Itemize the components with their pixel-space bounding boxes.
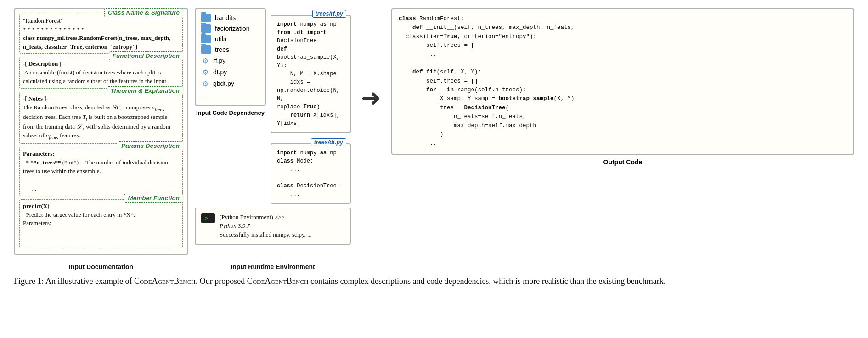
rfpy-code: import numpy as np from .dt import Decis… xyxy=(271,16,350,132)
dtpy-code: import numpy as np class Node: ... class… xyxy=(271,144,350,203)
output-code-label: Output Code xyxy=(603,158,643,166)
folder-icon xyxy=(201,24,211,33)
file-rfpy: ⚙ rf.py xyxy=(201,56,259,65)
terminal-icon: >_ xyxy=(201,213,215,223)
file-dtpy-label: dt.py xyxy=(213,68,227,76)
folder-icon xyxy=(201,35,211,43)
folder-icon xyxy=(201,14,211,22)
functional-desc-text: -[ Description ]- An ensemble (forest) o… xyxy=(23,60,179,86)
input-runtime-panel: bandits factorization utils trees xyxy=(195,8,351,245)
rfpy-label: trees/rf.py xyxy=(312,10,346,18)
gear-icon: ⚙ xyxy=(201,79,209,88)
file-gbdtpy: ⚙ gbdt.py xyxy=(201,79,259,88)
file-rfpy-label: rf.py xyxy=(213,57,225,64)
file-tree-ellipsis: ... xyxy=(201,90,259,98)
theorem-section: Theorem & Explanation -[ Notes ]- The Ra… xyxy=(19,92,183,144)
input-doc-label: Input Documentation xyxy=(14,263,188,270)
folder-bandits-label: bandits xyxy=(215,14,236,22)
folder-factorization: factorization xyxy=(201,24,259,33)
member-func-section: Member Function predict(X) Predict the t… xyxy=(19,199,183,248)
runtime-env-text: (Python Environment) >>> Python 3.9.7 Su… xyxy=(220,213,312,239)
file-dtpy: ⚙ dt.py xyxy=(201,68,259,77)
folder-utils: utils xyxy=(201,35,259,43)
input-code-dep-label: Input Code Dependency xyxy=(195,109,266,116)
class-name-label: Class Name & Signature xyxy=(104,8,183,17)
input-runtime-label: Input Runtime Environment xyxy=(195,263,351,270)
runtime-env-section: >_ (Python Environment) >>> Python 3.9.7… xyxy=(195,208,351,245)
output-code-section: class RandomForest: def __init__(self, n… xyxy=(391,8,854,155)
params-text: Parameters: * **n_trees** (*int*) -- The… xyxy=(23,150,179,193)
folder-icon xyxy=(201,45,211,54)
gear-icon: ⚙ xyxy=(201,56,209,65)
file-tree-section: bandits factorization utils trees xyxy=(195,8,266,106)
class-name-section: Class Name & Signature "RandomForest" * … xyxy=(19,14,183,54)
input-documentation-panel: Class Name & Signature "RandomForest" * … xyxy=(14,8,188,255)
folder-bandits: bandits xyxy=(201,14,259,22)
output-code-panel: class RandomForest: def __init__(self, n… xyxy=(391,8,854,166)
rfpy-code-section: trees/rf.py import numpy as np from .dt … xyxy=(271,15,351,133)
output-code-block: class RandomForest: def __init__(self, n… xyxy=(399,15,847,148)
theorem-text: -[ Notes ]- The RandomForest class, deno… xyxy=(23,95,179,141)
folder-trees-label: trees xyxy=(215,46,229,53)
folder-trees: trees xyxy=(201,45,259,54)
theorem-label: Theorem & Explanation xyxy=(107,86,183,95)
params-label: Params Description xyxy=(118,141,183,150)
figure-caption: Figure 1: An illustrative example of Cod… xyxy=(14,275,854,288)
file-gbdtpy-label: gbdt.py xyxy=(213,80,234,87)
params-section: Params Description Parameters: * **n_tre… xyxy=(19,147,183,196)
folder-utils-label: utils xyxy=(215,35,226,43)
member-func-text: predict(X) Predict the target value for … xyxy=(23,202,179,245)
bottom-labels: Input Documentation Input Runtime Enviro… xyxy=(14,263,854,270)
gear-icon: ⚙ xyxy=(201,68,209,77)
dtpy-code-section: trees/dt.py import numpy as np class Nod… xyxy=(271,143,351,204)
arrow-container: ➜ xyxy=(357,8,385,110)
class-name-text: "RandomForest" * * * * * * * * * * * * *… xyxy=(23,17,179,51)
functional-desc-label: Functional Description xyxy=(109,51,183,60)
dtpy-label: trees/dt.py xyxy=(311,138,346,146)
member-func-label: Member Function xyxy=(124,194,183,203)
right-arrow-icon: ➜ xyxy=(361,86,381,110)
folder-factorization-label: factorization xyxy=(215,25,249,32)
functional-desc-section: Functional Description -[ Description ]-… xyxy=(19,57,183,89)
